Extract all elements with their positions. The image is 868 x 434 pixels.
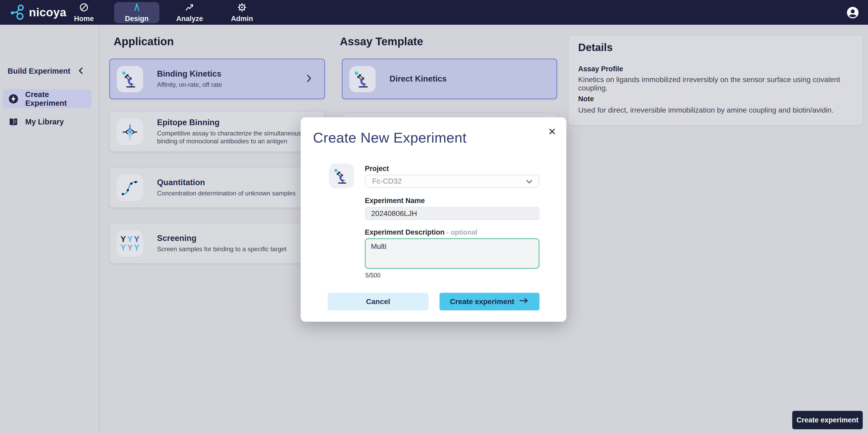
footer-create-experiment-button[interactable]: Create experiment [792,411,863,429]
sidebar-collapse-button[interactable] [77,66,86,76]
modal-title: Create New Experiment [313,129,467,146]
create-experiment-modal: Create New Experiment × Project Fc-CD32 [301,117,566,322]
antibody-y-glyph: Y [127,235,133,244]
sidebar-item-label: My Library [25,118,64,126]
create-experiment-button-label: Create experiment [450,298,514,306]
kinetics-icon [329,164,354,188]
antibody-y-glyph: Y [127,244,133,252]
antibody-y-glyph: Y [134,244,140,252]
character-counter: 5/500 [365,272,381,279]
epitope-binning-icon [117,119,143,145]
analyze-icon [185,3,194,13]
experiment-name-label: Experiment Name [365,197,425,205]
cancel-button-label: Cancel [366,298,390,306]
nav-tab-design[interactable]: Design [114,2,159,23]
nicoya-molecule-icon [9,3,26,21]
quantitation-curve-icon [117,175,143,201]
sidebar-item-label: Create Experiment [25,90,92,107]
nav-label-analyze: Analyze [176,15,203,23]
nav-label-admin: Admin [231,15,253,23]
chevron-right-icon [306,74,312,84]
application-card-quantitation[interactable]: Quantitation Concentration determination… [110,167,325,208]
nav-label-design: Design [125,15,149,23]
close-icon[interactable]: × [549,125,556,138]
nav-tab-admin[interactable]: Admin [218,2,266,23]
open-book-icon [8,117,19,127]
top-navbar: nicoya Home Design [0,0,868,25]
card-title: Direct Kinetics [390,74,446,84]
card-desc: Competitive assay to characterize the si… [157,129,304,145]
admin-gear-icon [237,3,247,13]
kinetics-icon [349,66,376,92]
lightning-bolt-icon [8,94,19,104]
home-icon [79,3,89,13]
kinetics-icon [117,66,143,92]
details-section-body: Used for direct, irreversible immobiliza… [578,106,854,115]
design-icon [132,3,142,13]
assay-template-heading: Assay Template [340,35,423,48]
cancel-button[interactable]: Cancel [328,293,429,310]
antibody-y-glyph: Y [121,244,126,252]
details-panel: Details Assay Profile Kinetics on ligand… [568,35,863,125]
chevron-down-icon [526,177,532,185]
app-root: nicoya Home Design [0,0,868,434]
nicoya-logo[interactable]: nicoya [9,4,66,21]
details-heading: Details [578,41,613,53]
details-section-label: Assay Profile [578,65,623,73]
optional-tag: - optional [446,228,477,236]
assay-template-card-direct-kinetics[interactable]: Direct Kinetics [342,59,557,99]
card-desc: Affinity, on-rate, off rate [157,81,222,89]
experiment-description-label-text: Experiment Description [365,228,444,236]
sidebar-title: Build Experiment [8,67,70,75]
experiment-description-textarea[interactable] [365,238,539,269]
project-selected-value: Fc-CD32 [372,177,402,185]
project-select[interactable]: Fc-CD32 [365,175,539,188]
project-label: Project [365,165,389,173]
application-card-screening[interactable]: Y Y Y Y Y Y Screening Screen samples for… [110,223,325,264]
nav-tab-analyze[interactable]: Analyze [166,2,213,23]
application-heading: Application [114,35,174,48]
details-section-label: Note [578,95,594,103]
sidebar-divider [99,25,100,434]
antibody-y-glyph: Y [134,235,140,244]
nav-tab-home[interactable]: Home [60,2,107,23]
antibody-y-glyph: Y [121,235,126,244]
card-title: Epitope Binning [157,118,304,127]
card-title: Quantitation [157,178,296,187]
sidebar-item-create-experiment[interactable]: Create Experiment [3,89,92,108]
card-desc: Screen samples for binding to a specific… [157,245,286,253]
application-card-epitope-binning[interactable]: Epitope Binning Competitive assay to cha… [110,111,325,152]
application-card-binding-kinetics[interactable]: Binding Kinetics Affinity, on-rate, off … [110,59,325,99]
user-avatar[interactable] [846,6,859,19]
sidebar: Build Experiment Create Experiment [0,25,99,434]
nav-label-home: Home [74,15,94,23]
arrow-right-icon [519,297,529,306]
card-title: Binding Kinetics [157,69,222,79]
screening-antibodies-icon: Y Y Y Y Y Y [117,230,143,257]
card-title: Screening [157,234,286,243]
card-desc: Concentration determination of unknown s… [157,189,296,197]
details-section-body: Kinetics on ligands immobilized irrevers… [578,75,854,92]
experiment-name-input[interactable] [365,207,539,220]
create-experiment-button[interactable]: Create experiment [439,293,539,310]
experiment-description-label: Experiment Description - optional [365,228,477,237]
sidebar-item-my-library[interactable]: My Library [3,112,92,131]
